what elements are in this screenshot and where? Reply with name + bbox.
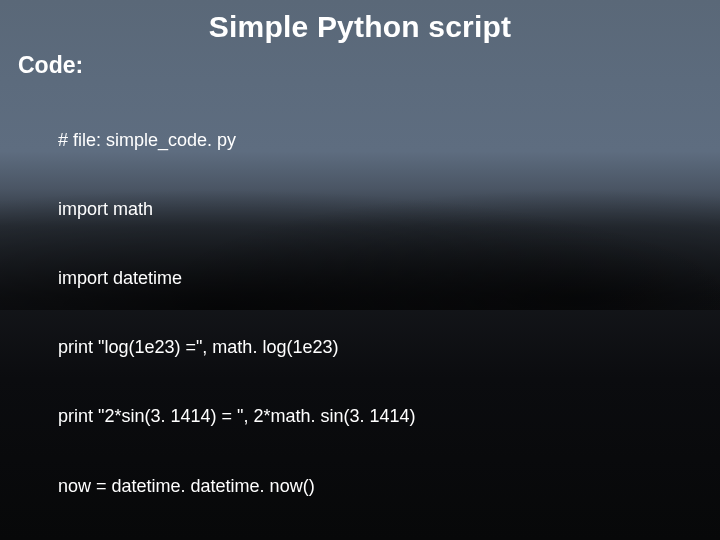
code-line: print "2*sin(3. 1414) = ", 2*math. sin(3… [58,405,702,428]
slide-content: Simple Python script Code: # file: simpl… [0,0,720,540]
code-line: import math [58,198,702,221]
code-line: # file: simple_code. py [58,129,702,152]
code-line: import datetime [58,267,702,290]
code-block: # file: simple_code. py import math impo… [0,83,720,540]
code-line: print "log(1e23) =", math. log(1e23) [58,336,702,359]
slide-title: Simple Python script [0,0,720,50]
code-line: now = datetime. datetime. now() [58,475,702,498]
slide: Simple Python script Code: # file: simpl… [0,0,720,540]
code-label: Code: [0,50,720,83]
